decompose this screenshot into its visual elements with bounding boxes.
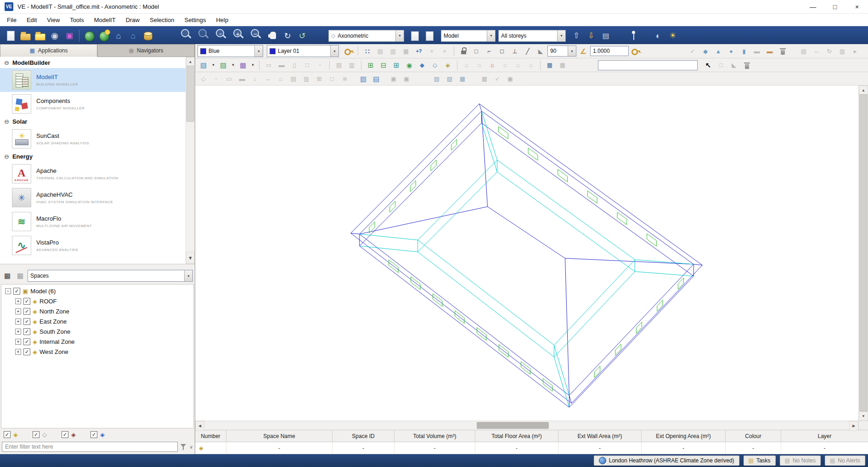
scale-input[interactable] <box>590 46 629 56</box>
scroll-left-icon[interactable]: ◀ <box>195 421 204 431</box>
app-item-components[interactable]: Components COMPONENT MODELLER <box>0 92 186 116</box>
building-export-icon[interactable]: ⌂ <box>525 59 537 71</box>
draw-space-icon[interactable]: ▧ <box>197 59 209 71</box>
pyramid-tool-icon[interactable]: ▲ <box>712 45 724 57</box>
tree-item-east-zone[interactable]: + ✓ ◈ East Zone <box>1 316 193 326</box>
slab-tool-icon[interactable]: ▬ <box>751 45 763 57</box>
group-modelbuilder[interactable]: ⊖ ModelBuilder <box>0 57 186 68</box>
marquee-icon[interactable]: □ <box>470 45 482 57</box>
menu-item[interactable]: View <box>42 17 65 23</box>
space-settings-icon[interactable]: ◈ <box>442 59 454 71</box>
checkbox[interactable]: ✓ <box>23 348 30 355</box>
minimize-button[interactable]: — <box>802 0 824 13</box>
erase-icon[interactable] <box>741 59 753 71</box>
table-column-header[interactable]: Colour <box>726 430 781 442</box>
zoom-in-icon[interactable]: + <box>231 27 248 45</box>
rotate-view-icon[interactable]: ↻ <box>281 29 294 43</box>
notes-panel[interactable]: ▤ No Notes <box>780 456 821 466</box>
menu-item[interactable]: Selection <box>145 17 179 23</box>
scroll-right-icon[interactable]: ▶ <box>849 421 858 431</box>
location-pin-icon[interactable]: ◉ <box>403 59 415 71</box>
expand-icon[interactable]: + <box>15 298 21 304</box>
scrollbar-thumb[interactable] <box>859 94 868 411</box>
chevron-down-icon[interactable]: ∨ <box>190 444 193 450</box>
edit-grid-icon[interactable]: ▦ <box>544 59 556 71</box>
tab-navigators[interactable]: ◎ Navigators <box>97 44 195 57</box>
report-icon[interactable]: ▥ <box>836 45 848 57</box>
checkbox[interactable]: ✓ <box>23 328 30 335</box>
snap-angle-icon[interactable]: × <box>439 45 451 57</box>
apps-scrollbar[interactable]: ▲ ▼ <box>186 57 195 264</box>
shade-mode-icon[interactable]: ▧ <box>444 73 456 85</box>
checkbox[interactable]: ✓ <box>23 318 30 325</box>
tree-item-internal-zone[interactable]: + ✓ ◈ Internal Zone <box>1 336 193 347</box>
wireframe-mode-icon[interactable]: ▦ <box>457 73 468 85</box>
protractor-icon[interactable] <box>630 45 642 57</box>
face-edit-icon[interactable]: ▯ <box>288 59 300 71</box>
zoom-extents-icon[interactable] <box>196 27 213 45</box>
app-item-vistapro[interactable]: ∿ VistaPro ADVANCED ANALYSIS <box>0 234 186 257</box>
scroll-down-icon[interactable]: ▼ <box>186 252 195 264</box>
menu-item[interactable]: Help <box>211 17 233 23</box>
vertical-scrollbar[interactable]: ▲ ▼ <box>858 85 868 421</box>
scroll-up-icon[interactable]: ▲ <box>859 85 868 95</box>
contour-icon[interactable]: ≋ <box>339 73 351 85</box>
trim-icon[interactable]: ▬ <box>236 73 248 85</box>
perpendicular-tool-icon[interactable]: ⊥ <box>509 45 521 57</box>
buildings-icon[interactable]: ⌂ <box>126 29 140 43</box>
redo-icon[interactable]: ↷ <box>423 29 436 43</box>
expand-icon[interactable]: + <box>15 308 21 314</box>
table-column-header[interactable]: Ext Opening Area (m²) <box>642 430 726 442</box>
visibility-toggle-shades[interactable]: ✓ ◇ <box>33 431 47 438</box>
storeys-combo[interactable]: All storeys ▼ <box>498 30 566 42</box>
checkbox[interactable]: ✓ <box>33 431 39 438</box>
model-wireframe[interactable] <box>195 85 859 421</box>
scrollbar-thumb[interactable] <box>186 66 194 122</box>
list-view-icon[interactable]: ▦ <box>15 270 26 281</box>
table-column-header[interactable]: Space Name <box>226 430 333 442</box>
menu-item[interactable]: Edit <box>22 17 42 23</box>
plan-icon[interactable]: ▤ <box>287 73 299 85</box>
close-button[interactable]: × <box>846 0 868 13</box>
app-item-apachehvac[interactable]: ✳ ApacheHVAC HVAC SYSTEM SIMULATION INTE… <box>0 186 186 210</box>
tree-item-north-zone[interactable]: + ✓ ◈ North Zone <box>1 306 193 316</box>
image-icon[interactable]: ▣ <box>504 73 516 85</box>
alerts-panel[interactable]: ▤ No Alerts <box>825 456 865 466</box>
checkbox[interactable]: ✓ <box>23 298 30 305</box>
expand-icon[interactable]: + <box>15 329 21 335</box>
refresh-view-icon[interactable]: ◐ <box>651 29 665 43</box>
checkbox[interactable]: ✓ <box>23 338 30 345</box>
angle-combo[interactable]: 90 ▼ <box>547 46 576 57</box>
tree-item-west-zone[interactable]: + ✓ ◈ West Zone <box>1 347 193 357</box>
merge-space-icon[interactable]: ⊟ <box>378 59 389 71</box>
chevron-down-icon[interactable]: ▼ <box>184 270 192 281</box>
paste-plan-icon[interactable]: ▥ <box>346 59 358 71</box>
model-canvas[interactable] <box>195 85 859 421</box>
app-item-suncast[interactable]: ☀ SunCast SOLAR SHADING ANALYSIS <box>0 127 186 151</box>
pin-icon[interactable] <box>626 29 640 43</box>
sheet-icon[interactable]: ▦ <box>479 73 490 85</box>
grid-lines-icon[interactable]: ▤ <box>374 45 386 57</box>
move-vertical-icon[interactable]: ↕ <box>249 73 261 85</box>
scrollbar-thumb[interactable] <box>477 422 549 429</box>
pointer-icon[interactable]: ↖ <box>702 59 714 71</box>
angle-icon[interactable]: ∠ <box>577 45 589 57</box>
collapse-icon[interactable]: ⊖ <box>4 59 9 66</box>
render-mode-icon[interactable]: ▨ <box>431 73 443 85</box>
table-column-header[interactable]: Number <box>195 430 226 442</box>
display-mode-combo[interactable]: Model ▼ <box>441 30 496 42</box>
pan-hand-icon[interactable] <box>266 29 280 43</box>
shape-edit-icon[interactable]: □ <box>301 59 313 71</box>
view-mode-combo[interactable]: ◇ Axonometric ▼ <box>328 30 404 42</box>
sun-path-icon[interactable]: ☀ <box>666 29 680 43</box>
tile-pane-icon[interactable]: ▤ <box>370 73 382 85</box>
globe-icon[interactable] <box>82 29 96 43</box>
sync-view-icon[interactable]: ▣ <box>400 73 412 85</box>
menu-item[interactable]: File <box>2 17 22 23</box>
content-manager-icon[interactable]: ▣ <box>62 29 76 43</box>
move-horizontal-icon[interactable]: ↔ <box>262 73 274 85</box>
color-combo[interactable]: Blue ▼ <box>197 45 263 57</box>
app-item-modelit[interactable]: ModelIT BUILDING MODELLER <box>0 68 186 92</box>
query-point-icon[interactable]: +? <box>413 45 425 57</box>
building-add-icon[interactable]: ⌂ <box>473 59 485 71</box>
